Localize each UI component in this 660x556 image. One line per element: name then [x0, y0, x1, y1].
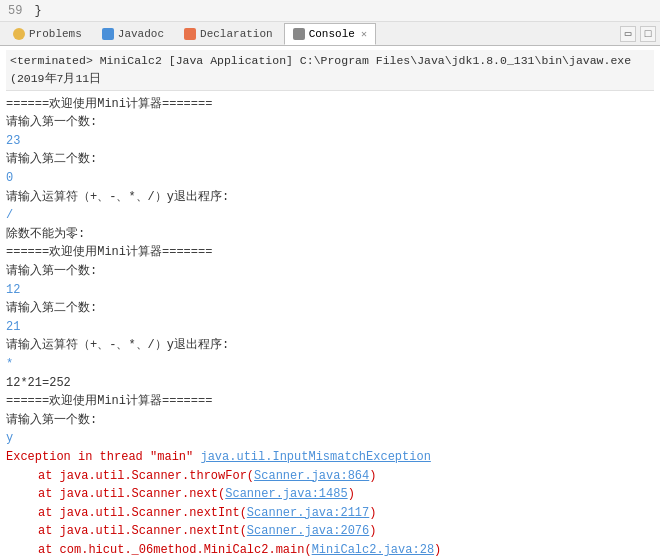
list-item: at java.util.Scanner.throwFor(Scanner.ja… [6, 467, 654, 486]
list-item: 0 [6, 169, 654, 188]
tab-problems-label: Problems [29, 28, 82, 40]
minimize-button[interactable]: ▭ [620, 26, 636, 42]
list-item: 21 [6, 318, 654, 337]
list-item: at java.util.Scanner.next(Scanner.java:1… [6, 485, 654, 504]
console-area[interactable]: <terminated> MiniCalc2 [Java Application… [0, 46, 660, 556]
tab-bar: Problems Javadoc Declaration Console ✕ ▭… [0, 22, 660, 46]
list-item: Exception in thread "main" java.util.Inp… [6, 448, 654, 467]
javadoc-icon [102, 28, 114, 40]
tab-console-label: Console [309, 28, 355, 40]
line-number: 59 [8, 4, 22, 18]
declaration-icon [184, 28, 196, 40]
list-item: 请输入第一个数: [6, 411, 654, 430]
list-item: ======欢迎使用Mini计算器======= [6, 243, 654, 262]
list-item: / [6, 206, 654, 225]
list-item: at java.util.Scanner.nextInt(Scanner.jav… [6, 522, 654, 541]
list-item: at java.util.Scanner.nextInt(Scanner.jav… [6, 504, 654, 523]
tab-declaration[interactable]: Declaration [175, 23, 282, 45]
list-item: 请输入运算符（+、-、*、/）y退出程序: [6, 188, 654, 207]
problems-icon [13, 28, 25, 40]
list-item: at com.hicut._06method.MiniCalc2.main(Mi… [6, 541, 654, 556]
tab-javadoc[interactable]: Javadoc [93, 23, 173, 45]
list-item: ======欢迎使用Mini计算器======= [6, 392, 654, 411]
status-line: <terminated> MiniCalc2 [Java Application… [6, 50, 654, 91]
list-item: ======欢迎使用Mini计算器======= [6, 95, 654, 114]
list-item: * [6, 355, 654, 374]
list-item: 12 [6, 281, 654, 300]
console-output: ======欢迎使用Mini计算器=======请输入第一个数:23请输入第二个… [6, 95, 654, 556]
tab-declaration-label: Declaration [200, 28, 273, 40]
toolbar-right: ▭ □ [620, 26, 656, 42]
tab-javadoc-label: Javadoc [118, 28, 164, 40]
tab-console[interactable]: Console ✕ [284, 23, 376, 45]
list-item: 23 [6, 132, 654, 151]
list-item: 请输入第一个数: [6, 262, 654, 281]
code-content: } [34, 4, 41, 18]
list-item: y [6, 429, 654, 448]
code-header: 59 } [0, 0, 660, 22]
list-item: 请输入运算符（+、-、*、/）y退出程序: [6, 336, 654, 355]
console-icon [293, 28, 305, 40]
console-close-icon[interactable]: ✕ [361, 28, 367, 40]
list-item: 请输入第一个数: [6, 113, 654, 132]
list-item: 12*21=252 [6, 374, 654, 393]
list-item: 请输入第二个数: [6, 150, 654, 169]
list-item: 除数不能为零: [6, 225, 654, 244]
tab-problems[interactable]: Problems [4, 23, 91, 45]
list-item: 请输入第二个数: [6, 299, 654, 318]
maximize-button[interactable]: □ [640, 26, 656, 42]
